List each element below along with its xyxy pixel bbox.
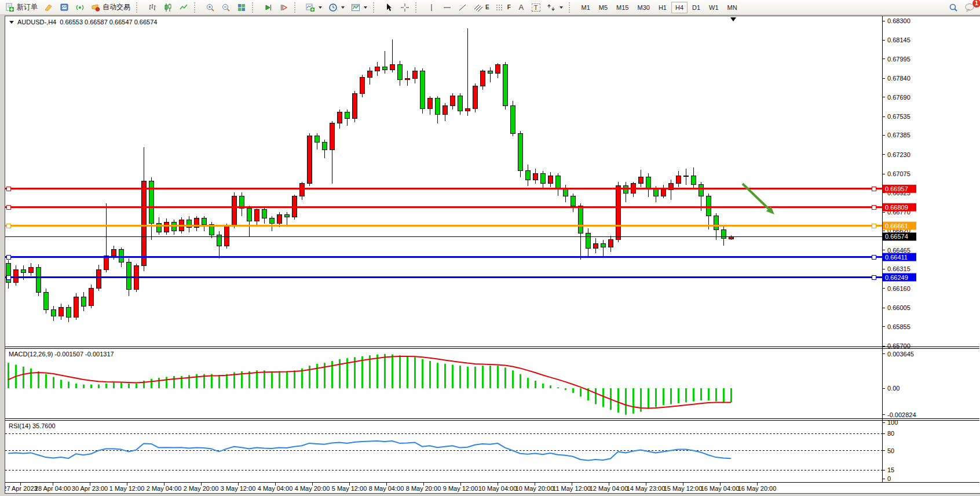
text-tool-button[interactable]: A [514,1,528,14]
chart-shift-icon [279,3,288,12]
equidistant-channel-icon [474,3,483,12]
symbol-dropdown-icon[interactable] [9,21,14,24]
search-button[interactable] [946,1,961,14]
svg-text:0.67840: 0.67840 [887,75,910,82]
svg-text:0.67230: 0.67230 [887,151,910,158]
svg-text:0.66574: 0.66574 [885,233,908,240]
svg-text:0.65855: 0.65855 [887,323,910,330]
rsi-indicator-label: RSI(14) 35.7600 [9,422,56,429]
svg-text:80: 80 [887,430,894,437]
chart-canvas[interactable]: 0.683000.681450.679950.678400.676900.675… [5,16,979,492]
timeframe-w1-button[interactable]: W1 [705,2,723,13]
indicators-icon [306,3,315,12]
toolbar-grip [252,2,258,13]
auto-trading-icon [91,3,100,12]
svg-text:0.66005: 0.66005 [887,304,910,311]
trendline-icon [458,3,467,12]
clock-icon [328,3,338,12]
new-order-icon [5,3,14,12]
pane-dividers[interactable] [5,347,979,483]
profiles-button[interactable] [57,1,72,14]
timeframe-h4-button[interactable]: H4 [671,2,688,13]
templates-button[interactable] [348,1,370,14]
horizontal-line-icon [443,3,452,12]
svg-text:5 May 12:00: 5 May 12:00 [332,485,367,492]
svg-text:0.67995: 0.67995 [887,56,910,63]
new-order-label: 新订单 [17,2,38,12]
tile-windows-button[interactable] [234,1,249,14]
trendline-tool-button[interactable] [455,1,470,14]
svg-text:0.68145: 0.68145 [887,37,910,43]
svg-text:50: 50 [887,447,894,454]
periods-button[interactable] [326,1,348,14]
vertical-line-icon [427,3,436,12]
text-tool-letter: A [518,3,524,12]
svg-text:0.00: 0.00 [887,385,899,392]
channel-tool-button[interactable]: E [471,1,492,14]
timeframe-mn-button[interactable]: MN [723,2,741,13]
new-order-button[interactable]: 新订单 [2,1,41,14]
time-axis[interactable]: 27 Apr 202328 Apr 04:0030 Apr 23:001 May… [5,483,776,492]
svg-text:16 May 04:00: 16 May 04:00 [701,485,740,492]
timeframe-m1-button[interactable]: M1 [577,2,594,13]
fibonacci-tool-button[interactable]: F [493,1,514,14]
crayon-icon [44,3,53,12]
svg-text:10 May 04:00: 10 May 04:00 [478,485,517,492]
svg-text:11 May 12:00: 11 May 12:00 [553,485,591,492]
svg-text:15 May 12:00: 15 May 12:00 [664,485,703,492]
timeframe-d1-button[interactable]: D1 [688,2,704,13]
periods-dropdown-caret [341,6,345,9]
cursor-icon [385,3,394,12]
zoom-in-button[interactable] [203,1,218,14]
svg-text:0.66809: 0.66809 [885,204,908,211]
chart-shift-button[interactable] [276,1,291,14]
timeframe-m5-button[interactable]: M5 [595,2,612,13]
timeframe-m30-button[interactable]: M30 [633,2,653,13]
svg-text:0.66315: 0.66315 [887,265,910,272]
line-chart-button[interactable] [176,1,191,14]
arrows-tool-button[interactable] [544,1,566,14]
bar-chart-button[interactable] [145,1,160,14]
timeframe-h1-button[interactable]: H1 [654,2,671,13]
arrow-objects-icon [547,3,556,12]
horizontal-line-tool-button[interactable] [440,1,455,14]
svg-text:10 May 20:00: 10 May 20:00 [515,485,554,492]
macd-pane: 0.0036450.00-0.002824 [8,351,916,418]
styler-button[interactable] [41,1,56,14]
svg-text:8 May 04:00: 8 May 04:00 [369,485,404,492]
svg-text:1 May 12:00: 1 May 12:00 [109,485,145,492]
crosshair-tool-button[interactable] [397,1,412,14]
signals-button[interactable] [72,1,87,14]
search-icon [949,3,958,12]
toolbar-grip [569,2,575,13]
auto-scroll-button[interactable] [261,1,276,14]
text-label-tool-button[interactable]: T [529,1,543,14]
svg-text:0: 0 [887,475,891,482]
candlestick-chart-button[interactable] [160,1,175,14]
rsi-pane: 1008050150 [5,419,898,482]
zoom-out-button[interactable] [218,1,233,14]
svg-text:0.67535: 0.67535 [887,113,910,120]
svg-text:3 May 12:00: 3 May 12:00 [221,485,256,492]
auto-trading-label: 自动交易 [103,2,130,12]
notifications-button[interactable]: 1 [961,1,978,14]
svg-text:0.66249: 0.66249 [885,274,908,281]
svg-text:0.67690: 0.67690 [887,94,910,101]
auto-trading-button[interactable]: 自动交易 [88,1,133,14]
vertical-line-tool-button[interactable] [424,1,439,14]
cursor-tool-button[interactable] [382,1,397,14]
bar-chart-icon [148,3,157,12]
chart-window[interactable]: AUDUSD-,H4 0.66553 0.66587 0.66547 0.665… [5,16,980,494]
svg-text:16 May 20:00: 16 May 20:00 [738,485,777,492]
zoom-out-icon [221,3,231,12]
timeframe-m15-button[interactable]: M15 [612,2,632,13]
svg-text:0.66411: 0.66411 [885,254,908,261]
chart-symbol-period: AUDUSD-,H4 [17,19,56,25]
toolbar-grip [373,2,379,13]
svg-text:0.67385: 0.67385 [887,132,910,138]
svg-text:0.66160: 0.66160 [887,285,910,292]
crosshair-icon [400,3,409,12]
arrows-dropdown-caret [560,6,563,9]
indicators-button[interactable] [303,1,325,14]
svg-text:9 May 12:00: 9 May 12:00 [443,485,478,492]
